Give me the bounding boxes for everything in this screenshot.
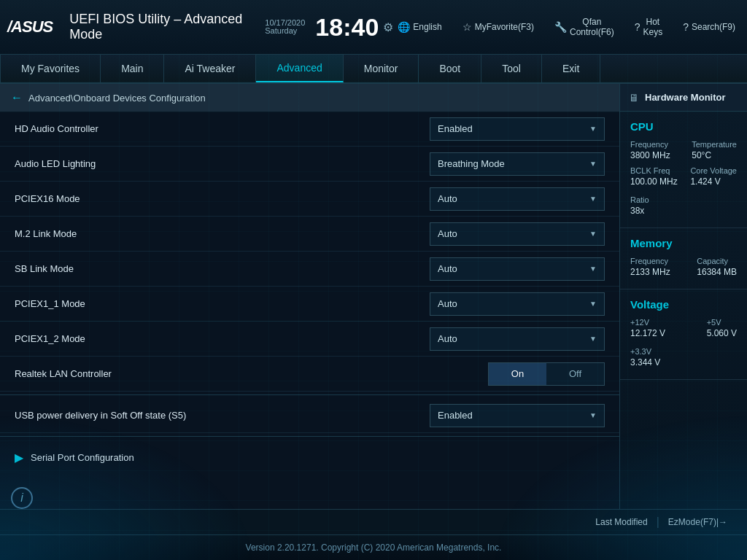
setting-m2-link: M.2 Link Mode Auto ▼ bbox=[0, 217, 619, 252]
toggle-off-button[interactable]: Off bbox=[546, 363, 604, 385]
expand-arrow-icon: ▶ bbox=[15, 451, 23, 464]
setting-realtek-lan: Realtek LAN Controller On Off bbox=[0, 357, 619, 392]
voltage-section-title: Voltage bbox=[630, 298, 737, 311]
chevron-down-icon: ▼ bbox=[589, 160, 597, 168]
nav-boot[interactable]: Boot bbox=[419, 55, 481, 82]
cpu-temperature-col: Temperature 50°C bbox=[692, 140, 737, 160]
settings-list: HD Audio Controller Enabled ▼ Audio LED … bbox=[0, 112, 619, 475]
info-icon[interactable]: i bbox=[11, 487, 33, 509]
audio-led-label: Audio LED Lighting bbox=[15, 158, 430, 169]
voltage-12v-5v-row: +12V 12.172 V +5V 5.060 V bbox=[630, 318, 737, 338]
cpu-frequency-value: 3800 MHz bbox=[630, 150, 670, 160]
qfan-button[interactable]: 🔧 Qfan Control(F6) bbox=[550, 15, 619, 39]
nav-advanced[interactable]: Advanced bbox=[256, 55, 343, 82]
ez-mode-button[interactable]: EzMode(F7)|→ bbox=[659, 513, 736, 531]
m2-link-dropdown[interactable]: Auto ▼ bbox=[430, 222, 605, 246]
setting-pciex1-1: PCIEX1_1 Mode Auto ▼ bbox=[0, 287, 619, 322]
content-area: ← Advanced\Onboard Devices Configuration… bbox=[0, 84, 619, 509]
usb-power-dropdown[interactable]: Enabled ▼ bbox=[430, 404, 605, 427]
divider-2 bbox=[0, 436, 619, 437]
last-modified-button[interactable]: Last Modified bbox=[587, 513, 656, 531]
divider bbox=[0, 394, 619, 395]
setting-usb-power: USB power delivery in Soft Off state (S5… bbox=[0, 398, 619, 433]
chevron-down-icon: ▼ bbox=[589, 411, 597, 419]
usb-power-label: USB power delivery in Soft Off state (S5… bbox=[15, 410, 430, 421]
star-icon: ☆ bbox=[462, 21, 472, 33]
help-icon: ? bbox=[635, 21, 640, 33]
realtek-lan-toggle: On Off bbox=[488, 362, 605, 386]
gear-icon[interactable]: ⚙ bbox=[383, 20, 393, 34]
header-actions: 🌐 English ☆ MyFavorite(F3) 🔧 Qfan Contro… bbox=[393, 15, 740, 39]
nav-ai-tweaker[interactable]: Ai Tweaker bbox=[164, 55, 256, 82]
nav-main[interactable]: Main bbox=[101, 55, 164, 82]
globe-icon: 🌐 bbox=[398, 21, 410, 33]
serial-port-config[interactable]: ▶ Serial Port Configuration bbox=[0, 440, 619, 475]
sb-link-dropdown[interactable]: Auto ▼ bbox=[430, 257, 605, 281]
breadcrumb-path: Advanced\Onboard Devices Configuration bbox=[28, 93, 206, 104]
asus-text: /ASUS bbox=[7, 18, 53, 36]
nav-exit[interactable]: Exit bbox=[542, 55, 600, 82]
memory-capacity-label: Capacity bbox=[697, 257, 737, 265]
cpu-frequency-label: Frequency bbox=[630, 140, 670, 149]
memory-capacity-value: 16384 MB bbox=[697, 267, 737, 277]
navigation-bar: My Favorites Main Ai Tweaker Advanced Mo… bbox=[0, 55, 747, 84]
hw-monitor-title: Hardware Monitor bbox=[645, 92, 726, 103]
pciex1-2-value: Auto bbox=[438, 333, 457, 344]
language-button[interactable]: 🌐 English bbox=[393, 19, 446, 35]
footer-text: Version 2.20.1271. Copyright (C) 2020 Am… bbox=[246, 542, 502, 553]
breadcrumb: ← Advanced\Onboard Devices Configuration bbox=[0, 84, 619, 112]
back-arrow-icon[interactable]: ← bbox=[11, 91, 23, 104]
myfavorite-button[interactable]: ☆ MyFavorite(F3) bbox=[458, 19, 538, 35]
pciex1-1-dropdown[interactable]: Auto ▼ bbox=[430, 292, 605, 316]
chevron-down-icon: ▼ bbox=[589, 300, 597, 308]
plus5v-value: 5.060 V bbox=[707, 328, 737, 338]
cpu-section: CPU Frequency 3800 MHz Temperature 50°C … bbox=[620, 112, 747, 228]
app-title: UEFI BIOS Utility – Advanced Mode bbox=[69, 12, 250, 42]
cpu-temperature-label: Temperature bbox=[692, 140, 737, 149]
nav-monitor[interactable]: Monitor bbox=[344, 55, 419, 82]
info-section: i bbox=[11, 487, 33, 509]
chevron-down-icon: ▼ bbox=[589, 230, 597, 238]
hotkeys-button[interactable]: ? Hot Keys bbox=[630, 15, 667, 39]
sb-link-value: Auto bbox=[438, 263, 457, 274]
plus5v-col: +5V 5.060 V bbox=[707, 318, 737, 338]
header-datetime: 10/17/2020 Saturday 18:40 ⚙ bbox=[265, 15, 393, 39]
setting-audio-led: Audio LED Lighting Breathing Mode ▼ bbox=[0, 147, 619, 182]
nav-tool[interactable]: Tool bbox=[481, 55, 542, 82]
bclk-value: 100.00 MHz bbox=[630, 176, 678, 187]
cpu-bclk-voltage-row: BCLK Freq 100.00 MHz Core Voltage 1.424 … bbox=[630, 166, 737, 187]
plus3v3-section: +3.3V 3.344 V bbox=[630, 344, 737, 368]
pciex1-2-dropdown[interactable]: Auto ▼ bbox=[430, 327, 605, 351]
search-icon: ? bbox=[683, 21, 689, 33]
audio-led-dropdown[interactable]: Breathing Mode ▼ bbox=[430, 152, 605, 176]
cpu-ratio-section: Ratio 38x bbox=[630, 192, 737, 216]
pciex1-1-value: Auto bbox=[438, 298, 457, 309]
ratio-label: Ratio bbox=[630, 195, 649, 204]
hd-audio-value: Enabled bbox=[438, 123, 473, 134]
ratio-value: 38x bbox=[630, 206, 737, 216]
setting-pciex1-2: PCIEX1_2 Mode Auto ▼ bbox=[0, 322, 619, 357]
core-voltage-value: 1.424 V bbox=[690, 176, 737, 187]
plus3v3-label: +3.3V bbox=[630, 347, 651, 356]
plus5v-label: +5V bbox=[707, 318, 737, 327]
audio-led-value: Breathing Mode bbox=[438, 158, 505, 169]
memory-section: Memory Frequency 2133 MHz Capacity 16384… bbox=[620, 228, 747, 289]
header: /ASUS UEFI BIOS Utility – Advanced Mode … bbox=[0, 0, 747, 55]
search-button[interactable]: ? Search(F9) bbox=[678, 19, 740, 35]
chevron-down-icon: ▼ bbox=[589, 265, 597, 273]
toggle-on-button[interactable]: On bbox=[489, 363, 546, 385]
hd-audio-dropdown[interactable]: Enabled ▼ bbox=[430, 117, 605, 141]
cpu-freq-temp-row: Frequency 3800 MHz Temperature 50°C bbox=[630, 140, 737, 160]
asus-logo: /ASUS bbox=[7, 18, 58, 36]
cpu-temperature-value: 50°C bbox=[692, 150, 737, 160]
memory-frequency-col: Frequency 2133 MHz bbox=[630, 257, 670, 277]
plus3v3-value: 3.344 V bbox=[630, 357, 737, 368]
memory-capacity-col: Capacity 16384 MB bbox=[697, 257, 737, 277]
hd-audio-label: HD Audio Controller bbox=[15, 123, 430, 134]
pciex16-dropdown[interactable]: Auto ▼ bbox=[430, 187, 605, 211]
usb-power-value: Enabled bbox=[438, 410, 473, 421]
nav-my-favorites[interactable]: My Favorites bbox=[0, 55, 101, 82]
cpu-section-title: CPU bbox=[630, 120, 737, 133]
setting-sb-link: SB Link Mode Auto ▼ bbox=[0, 252, 619, 287]
m2-link-label: M.2 Link Mode bbox=[15, 228, 430, 239]
